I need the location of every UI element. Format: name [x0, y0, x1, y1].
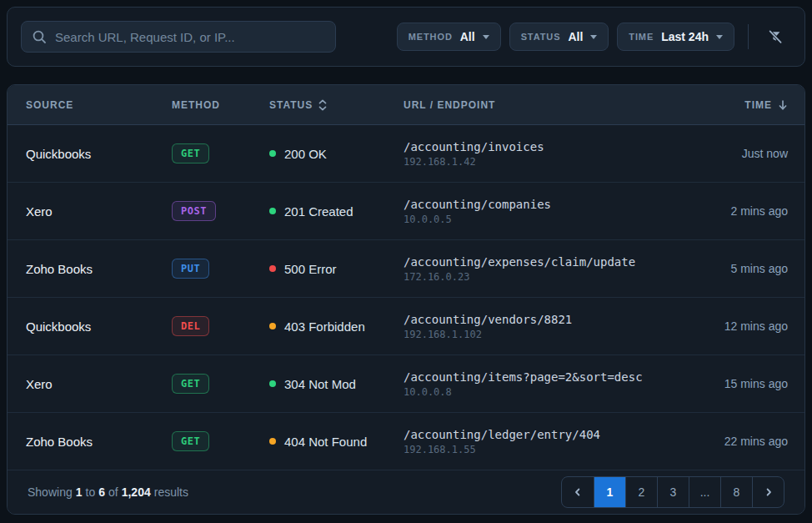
- method-cell: PUT: [172, 259, 269, 279]
- status-dropdown-value: All: [568, 30, 583, 43]
- method-badge: GET: [172, 143, 209, 163]
- ip-address: 192.168.1.102: [403, 329, 724, 340]
- method-cell: POST: [172, 201, 269, 221]
- status-cell: 500 Error: [269, 262, 403, 276]
- table-row[interactable]: Zoho Books GET 404 Not Found /accounting…: [8, 413, 804, 470]
- pagination: 1 2 3 ... 8: [561, 476, 784, 508]
- pagination-page-2[interactable]: 2: [625, 477, 657, 507]
- column-header-status[interactable]: STATUS: [269, 99, 403, 111]
- table-footer: Showing 1 to 6 of 1,204 results 1 2 3 ..…: [8, 470, 804, 514]
- pagination-next-button[interactable]: [752, 477, 784, 507]
- status-cell: 200 OK: [269, 147, 403, 161]
- chevron-down-icon: [590, 35, 597, 39]
- status-dot: [269, 323, 276, 329]
- method-cell: GET: [172, 374, 269, 394]
- status-text: 500 Error: [284, 262, 337, 276]
- source-cell: Xero: [26, 377, 172, 391]
- url-cell: /accounting/items?page=2&sort=desc 10.0.…: [403, 370, 724, 398]
- table-row[interactable]: Xero GET 304 Not Mod /accounting/items?p…: [8, 355, 804, 413]
- chevron-right-icon: [764, 487, 774, 497]
- summary-word: to: [86, 485, 96, 499]
- pagination-prev-button[interactable]: [562, 477, 594, 507]
- status-dropdown-label: STATUS: [521, 32, 561, 42]
- pagination-ellipsis: ...: [689, 477, 720, 507]
- summary-to: 6: [98, 485, 105, 499]
- chevron-down-icon: [716, 35, 723, 39]
- endpoint-path: /accounting/companies: [403, 198, 731, 211]
- time-dropdown-value: Last 24h: [661, 30, 709, 43]
- method-badge: GET: [172, 431, 209, 451]
- clear-filters-button[interactable]: [759, 23, 791, 51]
- column-header-status-label: STATUS: [269, 99, 313, 111]
- filter-bar: METHOD All STATUS All TIME Last 24h: [7, 7, 805, 67]
- method-cell: GET: [172, 431, 269, 451]
- ip-address: 172.16.0.23: [403, 271, 731, 283]
- endpoint-path: /accounting/vendors/8821: [403, 313, 724, 326]
- time-cell: 2 mins ago: [731, 204, 788, 218]
- column-header-time-label: TIME: [744, 99, 772, 111]
- status-cell: 201 Created: [269, 204, 403, 219]
- time-cell: 12 mins ago: [724, 319, 788, 333]
- source-cell: Zoho Books: [26, 262, 172, 276]
- column-header-source: SOURCE: [26, 99, 172, 111]
- time-dropdown[interactable]: TIME Last 24h: [617, 23, 734, 51]
- table-row[interactable]: Xero POST 201 Created /accounting/compan…: [8, 183, 804, 240]
- status-cell: 404 Not Found: [269, 435, 403, 449]
- table-row[interactable]: Quickbooks DEL 403 Forbidden /accounting…: [8, 298, 804, 355]
- sort-both-icon: [318, 99, 327, 111]
- method-dropdown-label: METHOD: [409, 32, 453, 42]
- column-header-method-label: METHOD: [172, 99, 220, 111]
- request-log-table: SOURCE METHOD STATUS URL / ENDPOINT TIME: [7, 84, 805, 515]
- ip-address: 10.0.0.5: [403, 214, 731, 225]
- summary-word: Showing: [28, 485, 73, 499]
- status-dot: [269, 380, 276, 387]
- endpoint-path: /accounting/expenses/claim/update: [403, 255, 731, 269]
- status-dot: [269, 208, 276, 214]
- column-header-time[interactable]: TIME: [744, 99, 788, 111]
- column-header-url-label: URL / ENDPOINT: [403, 99, 495, 111]
- source-cell: Quickbooks: [26, 319, 172, 334]
- ip-address: 192.168.1.42: [403, 156, 742, 168]
- pagination-page-1[interactable]: 1: [594, 477, 625, 507]
- status-text: 304 Not Mod: [284, 377, 356, 391]
- status-cell: 403 Forbidden: [269, 319, 403, 334]
- method-cell: DEL: [172, 316, 269, 336]
- summary-word: of: [108, 485, 118, 499]
- method-cell: GET: [172, 143, 269, 163]
- arrow-down-icon: [778, 99, 788, 111]
- source-cell: Quickbooks: [26, 147, 172, 161]
- column-header-method: METHOD: [172, 99, 269, 111]
- search-input[interactable]: [55, 30, 325, 44]
- column-header-source-label: SOURCE: [26, 99, 73, 111]
- time-dropdown-label: TIME: [629, 32, 654, 42]
- summary-word: results: [154, 485, 188, 499]
- method-badge: DEL: [172, 316, 209, 336]
- status-text: 404 Not Found: [284, 435, 367, 449]
- url-cell: /accounting/expenses/claim/update 172.16…: [403, 255, 731, 283]
- source-cell: Zoho Books: [26, 435, 172, 449]
- status-dot: [269, 438, 276, 445]
- ip-address: 10.0.0.8: [403, 386, 724, 398]
- pagination-page-8[interactable]: 8: [720, 477, 752, 507]
- search-box[interactable]: [21, 21, 336, 53]
- method-dropdown-value: All: [460, 30, 475, 43]
- method-dropdown[interactable]: METHOD All: [397, 23, 501, 51]
- status-dot: [269, 265, 276, 272]
- ip-address: 192.168.1.55: [403, 444, 724, 455]
- status-text: 403 Forbidden: [284, 319, 365, 334]
- source-cell: Xero: [26, 204, 172, 219]
- url-cell: /accounting/ledger/entry/404 192.168.1.5…: [403, 428, 724, 455]
- time-cell: Just now: [742, 147, 788, 160]
- endpoint-path: /accounting/invoices: [403, 140, 742, 153]
- filter-bar-divider: [748, 24, 749, 49]
- table-row[interactable]: Quickbooks GET 200 OK /accounting/invoic…: [8, 125, 804, 183]
- method-badge: PUT: [172, 259, 209, 279]
- pagination-page-3[interactable]: 3: [657, 477, 689, 507]
- table-row[interactable]: Zoho Books PUT 500 Error /accounting/exp…: [8, 240, 804, 298]
- method-badge: POST: [172, 201, 216, 221]
- time-cell: 5 mins ago: [731, 262, 788, 275]
- status-dropdown[interactable]: STATUS All: [509, 23, 609, 51]
- filter-off-icon: [767, 28, 784, 45]
- summary-from: 1: [76, 485, 83, 499]
- status-dot: [269, 150, 276, 157]
